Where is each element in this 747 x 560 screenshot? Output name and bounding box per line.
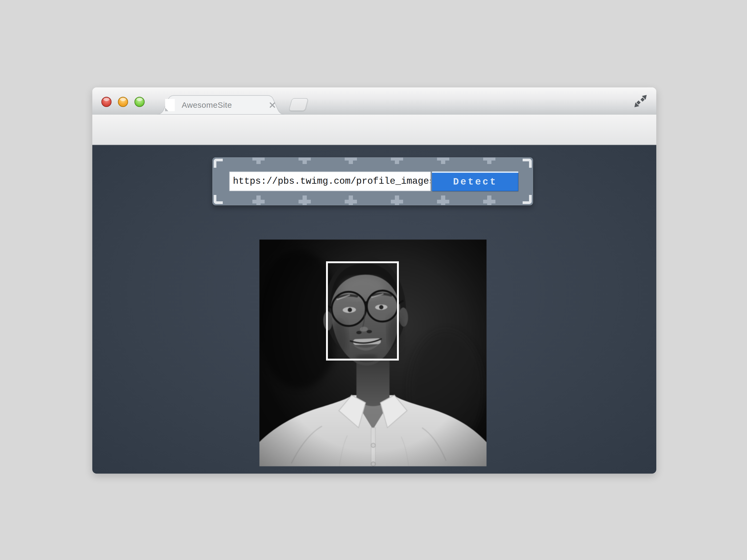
page-favicon-icon: [165, 99, 175, 111]
plus-mark-icon: [345, 195, 357, 205]
new-tab-button[interactable]: [289, 98, 309, 111]
tee-mark-icon: [252, 158, 265, 164]
detect-button[interactable]: Detect: [432, 171, 518, 191]
tab-awesomesite[interactable]: AwesomeSite: [157, 96, 285, 115]
navigation-bar: [92, 115, 656, 145]
minimize-window-button[interactable]: [118, 97, 128, 107]
image-url-input[interactable]: [229, 171, 431, 191]
corner-bracket-icon: [214, 159, 223, 168]
plus-mark-icon: [299, 195, 311, 205]
tab-close-icon[interactable]: [269, 102, 276, 109]
maximize-window-button[interactable]: [134, 97, 145, 107]
corner-bracket-icon: [523, 195, 532, 204]
corner-bracket-icon: [523, 159, 532, 168]
tab-title: AwesomeSite: [182, 101, 232, 110]
plus-mark-icon: [391, 195, 403, 205]
plus-mark-icon: [483, 195, 495, 205]
close-window-button[interactable]: [101, 97, 111, 107]
browser-window: AwesomeSite: [92, 87, 656, 474]
page-content: Detect: [92, 145, 656, 474]
title-bar: AwesomeSite: [92, 87, 656, 115]
tee-mark-icon: [391, 158, 403, 164]
tee-mark-icon: [299, 158, 311, 164]
corner-bracket-icon: [214, 195, 223, 204]
tee-mark-icon: [483, 158, 495, 164]
tee-mark-icon: [437, 158, 449, 164]
portrait-photo: [259, 239, 487, 466]
detector-panel: Detect: [212, 157, 533, 205]
face-detection-box: [326, 261, 399, 361]
expand-window-icon[interactable]: [634, 95, 647, 107]
plus-mark-icon: [437, 195, 449, 205]
plus-mark-icon: [252, 195, 265, 205]
tee-mark-icon: [345, 158, 357, 164]
